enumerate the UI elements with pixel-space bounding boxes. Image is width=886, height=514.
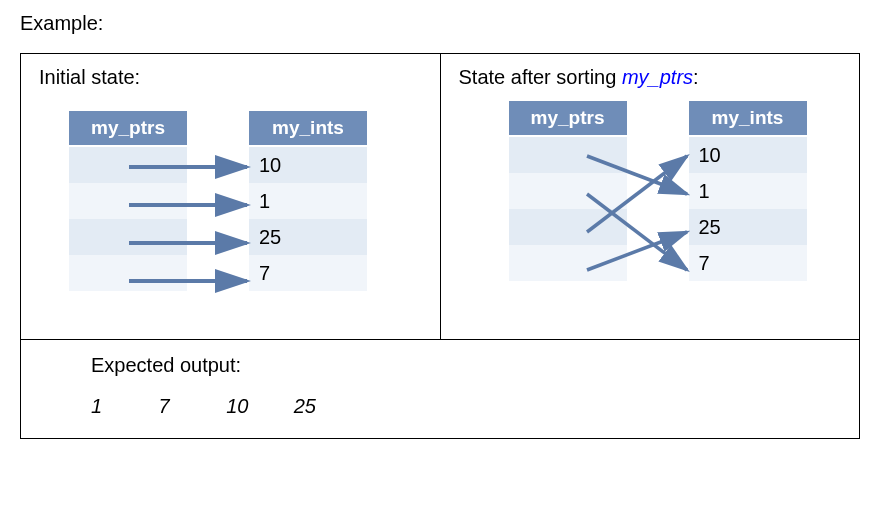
ptrs-cell [509, 209, 627, 245]
ints-cell: 1 [249, 183, 367, 219]
initial-ptrs-table: my_ptrs [69, 111, 187, 291]
sorted-ints-header: my_ints [689, 101, 807, 137]
sorted-ptrs-table: my_ptrs [509, 101, 627, 281]
ints-cell: 25 [689, 209, 807, 245]
ptrs-cell [509, 245, 627, 281]
ptrs-cell [509, 137, 627, 173]
output-value: 10 [226, 395, 288, 418]
output-value: 25 [294, 395, 356, 418]
ptrs-cell [69, 147, 187, 183]
sorted-state-cell: State after sorting my_ptrs: my_ptrs my_… [440, 54, 860, 340]
expected-output-values: 1 7 10 25 [91, 395, 841, 418]
ptrs-cell [509, 173, 627, 209]
expected-output-label: Expected output: [91, 354, 841, 377]
initial-state-cell: Initial state: my_ptrs my_ints 10 [21, 54, 441, 340]
sorted-title-prefix: State after sorting [459, 66, 622, 88]
ints-cell: 10 [249, 147, 367, 183]
ptrs-cell [69, 183, 187, 219]
sorted-state-title: State after sorting my_ptrs: [459, 66, 842, 89]
sorted-title-ident: my_ptrs [622, 66, 693, 88]
ints-cell: 7 [689, 245, 807, 281]
expected-output-cell: Expected output: 1 7 10 25 [21, 340, 860, 439]
sorted-title-suffix: : [693, 66, 699, 88]
ints-cell: 1 [689, 173, 807, 209]
initial-state-title: Initial state: [39, 66, 422, 89]
ptrs-cell [69, 219, 187, 255]
example-grid: Initial state: my_ptrs my_ints 10 [20, 53, 860, 439]
initial-ptrs-header: my_ptrs [69, 111, 187, 147]
ints-cell: 7 [249, 255, 367, 291]
sorted-ints-table: my_ints 10 1 25 7 [689, 101, 807, 281]
ptrs-cell [69, 255, 187, 291]
sorted-tables: my_ptrs my_ints 10 1 25 7 [459, 101, 842, 321]
sorted-ptrs-header: my_ptrs [509, 101, 627, 137]
ints-cell: 25 [249, 219, 367, 255]
ints-cell: 10 [689, 137, 807, 173]
output-value: 1 [91, 395, 153, 418]
initial-ints-table: my_ints 10 1 25 7 [249, 111, 367, 291]
output-value: 7 [159, 395, 221, 418]
page: Example: Initial state: my_ptrs [0, 0, 886, 514]
initial-ints-header: my_ints [249, 111, 367, 147]
example-heading: Example: [20, 12, 866, 35]
initial-tables: my_ptrs my_ints 10 1 25 7 [39, 101, 422, 321]
